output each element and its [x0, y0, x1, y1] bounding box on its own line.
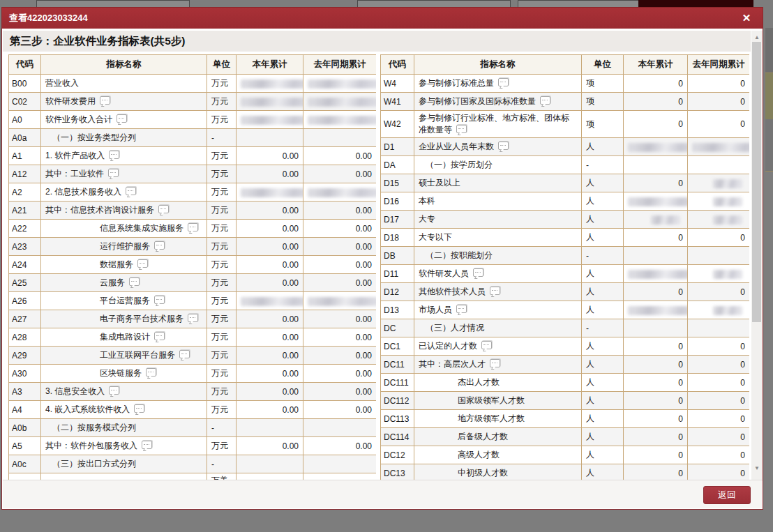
code-cell: B00 — [9, 75, 41, 93]
name-cell: 3. 信息安全收入 — [41, 383, 207, 401]
comment-icon[interactable] — [498, 142, 509, 150]
comment-icon[interactable] — [498, 78, 509, 86]
current-year-cell: 0.00 — [237, 310, 303, 328]
table-row: B00营业收入万元 — [9, 75, 377, 93]
prev-year-cell — [688, 138, 750, 156]
redacted-value — [241, 98, 303, 107]
current-year-cell — [237, 93, 303, 111]
comment-icon[interactable] — [481, 341, 492, 349]
comment-icon[interactable] — [109, 386, 119, 395]
indicator-name: 1. 软件产品收入 — [45, 151, 105, 160]
indicator-name: 参与制修订国家及国际标准数量 — [419, 96, 536, 106]
prev-year-cell — [303, 111, 377, 129]
prev-year-cell: 0 — [688, 111, 750, 138]
indicator-name: 中初级人才数 — [458, 468, 508, 478]
name-cell: 地方级领军人才数 — [414, 410, 582, 428]
comment-icon[interactable] — [142, 441, 152, 449]
name-cell: 其中：信息技术咨询设计服务 — [41, 202, 207, 220]
current-year-cell — [624, 319, 688, 337]
unit-cell: 万元 — [207, 328, 237, 347]
comment-icon[interactable] — [490, 287, 500, 295]
unit-cell: 人 — [582, 446, 624, 464]
comment-icon[interactable] — [117, 114, 127, 123]
table-row: DB（二）按职能划分- — [381, 247, 750, 265]
comment-icon[interactable] — [129, 278, 140, 286]
comment-icon[interactable] — [158, 205, 169, 213]
comment-icon[interactable] — [126, 187, 136, 195]
current-year-cell: 0.00 — [237, 365, 303, 383]
table-row: A44. 嵌入式系统软件收入万元0.000.00 — [9, 401, 377, 419]
comment-icon[interactable] — [134, 404, 144, 413]
prev-year-cell — [688, 174, 750, 192]
code-cell: C02 — [9, 93, 41, 111]
unit-cell: - — [207, 419, 237, 437]
comment-icon[interactable] — [154, 332, 165, 340]
name-cell: 硕士及以上 — [414, 174, 582, 192]
indicator-name: 国家级领军人才数 — [458, 395, 525, 405]
name-cell: （一）按业务类型分列 — [41, 129, 207, 147]
name-cell: 电子商务平台技术服务 — [41, 310, 207, 328]
scroll-down-icon[interactable]: ▼ — [751, 463, 763, 474]
comment-icon[interactable] — [154, 296, 165, 304]
name-cell: 软件业务收入合计 — [41, 111, 207, 129]
indicator-table-right: 代码指标名称单位本年累计去年同期累计W4参与制修订标准总量项00W41参与制修订… — [380, 54, 749, 481]
name-cell: 高级人才数 — [414, 446, 582, 464]
indicator-name: 参与制修订行业标准、地方标准、团体标准数量等 — [419, 113, 569, 135]
prev-year-cell — [303, 455, 377, 473]
comment-icon[interactable] — [188, 314, 198, 322]
code-cell: D15 — [381, 174, 414, 192]
current-year-cell: 0.00 — [237, 147, 303, 165]
prev-year-cell: 0.00 — [303, 365, 377, 383]
comment-icon[interactable] — [540, 96, 550, 105]
table-row: A24数据服务万元0.000.00 — [9, 256, 377, 274]
unit-cell: 万元 — [207, 383, 237, 401]
prev-year-cell — [688, 156, 750, 174]
scroll-thumb[interactable] — [752, 42, 761, 322]
comment-icon[interactable] — [146, 368, 156, 377]
code-cell: DC1 — [381, 337, 414, 356]
name-cell: 软件研发费用 — [41, 93, 207, 111]
name-cell: （三）人才情况 — [414, 319, 582, 337]
comment-icon[interactable] — [490, 359, 500, 367]
comment-icon[interactable] — [154, 241, 165, 250]
comment-icon[interactable] — [179, 350, 190, 358]
prev-year-cell: 0 — [688, 229, 750, 247]
code-cell: W4 — [381, 75, 414, 93]
column-header: 本年累计 — [237, 55, 303, 75]
back-button[interactable]: 返回 — [703, 486, 751, 504]
redacted-value — [308, 98, 376, 107]
table-row: DC111杰出人才数人00 — [381, 374, 750, 392]
current-year-cell — [237, 111, 303, 129]
name-cell: 参与制修订国家及国际标准数量 — [414, 93, 582, 111]
table-row: A0软件业务收入合计万元 — [9, 111, 377, 129]
comment-icon[interactable] — [473, 268, 483, 277]
comment-icon[interactable] — [137, 259, 148, 268]
code-cell: W42 — [381, 111, 414, 138]
table-row: D16本科人 — [381, 192, 750, 211]
indicator-name: 集成电路设计 — [100, 332, 150, 342]
current-year-cell: 0 — [624, 446, 688, 464]
unit-cell: 万元 — [207, 365, 237, 383]
comment-icon[interactable] — [456, 125, 467, 133]
code-cell: A28 — [9, 328, 41, 347]
unit-cell: 人 — [582, 229, 624, 247]
close-icon[interactable]: ✕ — [740, 12, 753, 24]
screen: { "window": { "title": "查看422023033244",… — [0, 0, 773, 532]
comment-icon[interactable] — [109, 151, 119, 159]
indicator-name: 其中：高层次人才 — [419, 359, 486, 369]
indicator-name: 其他软件技术人员 — [419, 287, 486, 296]
table-row: A12其中：工业软件万元0.000.00 — [9, 165, 377, 183]
column-header: 去年同期累计 — [303, 55, 377, 75]
prev-year-cell: 0 — [688, 283, 750, 301]
prev-year-cell — [303, 419, 377, 437]
unit-cell: 万元 — [207, 220, 237, 238]
comment-icon[interactable] — [108, 169, 119, 177]
unit-cell: 万元 — [207, 147, 237, 165]
comment-icon[interactable] — [100, 96, 110, 105]
scrollbar[interactable]: ▲ ▼ — [751, 31, 763, 481]
table-row: A26平台运营服务万元 — [9, 292, 377, 310]
table-row: W41参与制修订国家及国际标准数量项00 — [381, 93, 750, 111]
unit-cell: 人 — [582, 464, 624, 482]
comment-icon[interactable] — [456, 305, 467, 313]
comment-icon[interactable] — [188, 223, 198, 231]
